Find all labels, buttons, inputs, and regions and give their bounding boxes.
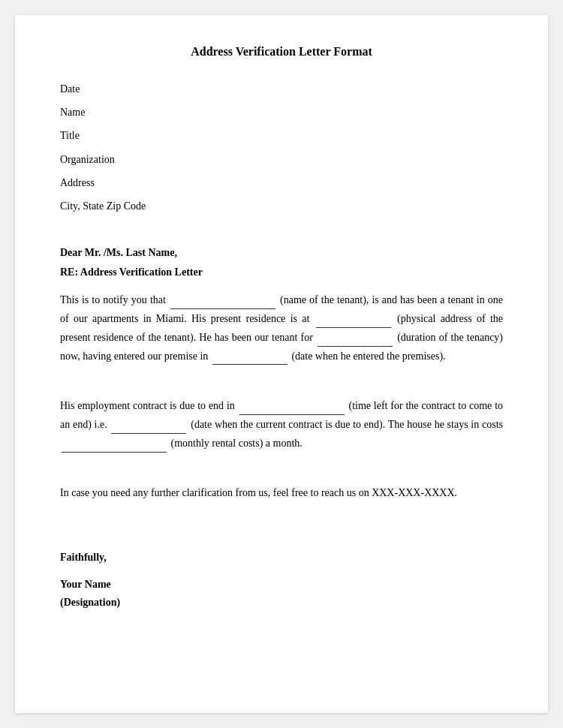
designation: (Designation) (60, 597, 503, 609)
body-paragraph-1: This is to notify you that (name of the … (60, 290, 503, 365)
body-p2-part1: His employment contract is due to end in (60, 400, 235, 411)
letter-title: Address Verification Letter Format (60, 45, 503, 59)
body-p1-part1: This is to notify you that (60, 294, 166, 305)
letter-container: Address Verification Letter Format Date … (15, 15, 548, 713)
body-p1-part5: (date when he entered the premises). (291, 350, 445, 362)
body-paragraph-3: In case you need any further clarificati… (60, 484, 503, 502)
body-p2-part4: (monthly rental costs) a month. (171, 438, 303, 449)
name-field: Name (60, 103, 503, 122)
re-line: RE: Address Verification Letter (60, 266, 503, 278)
body-paragraph-2: His employment contract is due to end in… (60, 396, 503, 452)
blank-rental-cost (62, 434, 167, 453)
closing: Faithfully, (60, 552, 503, 564)
org-field: Organization (60, 150, 503, 169)
date-field: Date (60, 80, 503, 98)
body-p2-part3: (date when the current contract is due t… (191, 419, 503, 430)
address-field: Address (60, 173, 503, 192)
blank-tenant-name (170, 290, 275, 309)
salutation: Dear Mr. /Ms. Last Name, (60, 247, 503, 259)
blank-contract-time (239, 396, 345, 415)
blank-duration (318, 328, 393, 347)
blank-contract-date (111, 415, 186, 434)
your-name: Your Name (60, 579, 503, 591)
title-field: Title (60, 126, 503, 145)
address-section: Date Name Title Organization Address Cit… (60, 80, 503, 215)
city-field: City, State Zip Code (60, 197, 503, 215)
blank-physical-address (316, 309, 391, 328)
blank-entry-date (212, 347, 288, 366)
